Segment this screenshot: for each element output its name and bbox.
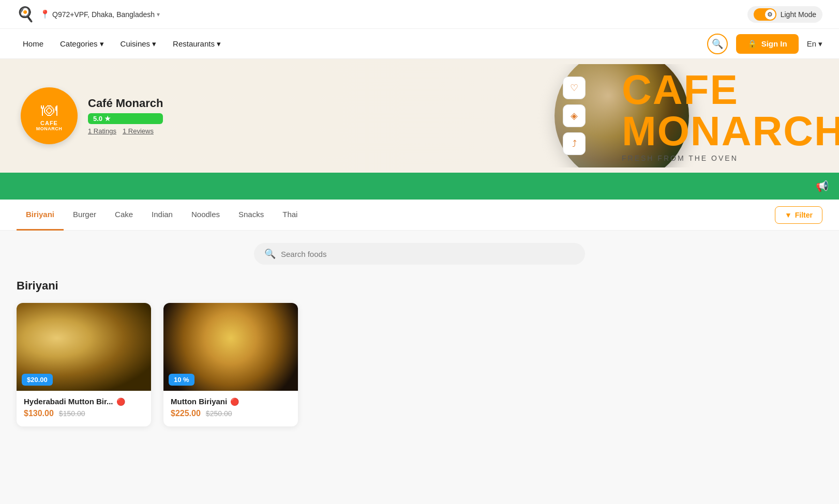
sale-price: $225.00 <box>171 409 201 418</box>
hot-icon: 🔴 <box>116 398 125 406</box>
restaurant-name: Café Monarch <box>88 97 163 110</box>
tabs-list: Biriyani Burger Cake Indian Noodles Snac… <box>17 200 775 231</box>
food-search-bar: 🔍 <box>254 243 585 265</box>
star-icon: ★ <box>104 115 111 123</box>
food-card[interactable]: $20.00 Hyderabadi Mutton Bir... 🔴 $130.0… <box>17 303 151 426</box>
food-image-wrap: 10 % <box>163 303 298 391</box>
rating-badge: 5.0 ★ <box>88 113 163 124</box>
sale-price: $130.00 <box>24 409 54 418</box>
language-selector[interactable]: En ▾ <box>807 39 822 49</box>
food-card[interactable]: 10 % Mutton Biriyani 🔴 $225.00 $250.00 <box>163 303 298 426</box>
tab-indian[interactable]: Indian <box>142 200 182 231</box>
food-discount-badge: 10 % <box>169 374 194 386</box>
tab-burger[interactable]: Burger <box>64 200 106 231</box>
share-button[interactable]: ⤴ <box>563 132 586 155</box>
ratings-link[interactable]: 1 Ratings <box>88 127 116 135</box>
top-bar-right: ⚙ Light Mode <box>747 6 822 23</box>
chevron-down-icon: ▾ <box>157 11 160 18</box>
food-search-input[interactable] <box>281 250 575 258</box>
hero-title-area: CAFE MONARCH FRESH FROM THE OVEN <box>622 59 818 173</box>
light-mode-label: Light Mode <box>781 10 816 19</box>
hot-icon: 🔴 <box>230 398 239 406</box>
restaurant-info: 🍽 CAFE MONARCH Café Monarch 5.0 ★ 1 Rati… <box>21 59 163 173</box>
food-search-icon: 🔍 <box>264 248 276 259</box>
food-name: Hyderabadi Mutton Bir... 🔴 <box>24 397 144 406</box>
food-card-body: Mutton Biriyani 🔴 $225.00 $250.00 <box>163 391 298 426</box>
food-price-badge: $20.00 <box>22 374 53 386</box>
signin-button[interactable]: 🔒 Sign In <box>736 34 799 54</box>
rating-links: 1 Ratings 1 Reviews <box>88 127 163 135</box>
hero-action-buttons: ♡ ◈ ⤴ <box>563 77 586 155</box>
food-card-body: Hyderabadi Mutton Bir... 🔴 $130.00 $150.… <box>17 391 151 426</box>
nav-bar: Home Categories ▾ Cuisines ▾ Restaurants… <box>0 29 839 59</box>
categories-chevron-icon: ▾ <box>100 39 104 49</box>
reviews-link[interactable]: 1 Reviews <box>123 127 154 135</box>
megaphone-icon: 📢 <box>816 180 829 192</box>
food-prices: $225.00 $250.00 <box>171 409 291 418</box>
food-section: Biriyani $20.00 Hyderabadi Mutton Bir...… <box>0 271 839 443</box>
tab-snacks[interactable]: Snacks <box>229 200 273 231</box>
hero-banner: CAFE MONARCH FRESH FROM THE OVEN 🍽 CAFE … <box>0 59 839 173</box>
tab-cake[interactable]: Cake <box>106 200 142 231</box>
original-price: $150.00 <box>59 409 85 418</box>
top-bar-left: 🍳 📍 Q972+VPF, Dhaka, Bangladesh ▾ <box>17 6 160 23</box>
location-button[interactable]: ◈ <box>563 104 586 127</box>
tab-noodles[interactable]: Noodles <box>182 200 229 231</box>
cuisines-chevron-icon: ▾ <box>152 39 156 49</box>
nav-right: 🔍 🔒 Sign In En ▾ <box>707 34 822 54</box>
light-mode-toggle[interactable]: ⚙ Light Mode <box>747 6 822 23</box>
search-button[interactable]: 🔍 <box>707 34 728 54</box>
filter-button[interactable]: ▼ Filter <box>775 206 822 224</box>
restaurant-logo: 🍽 CAFE MONARCH <box>21 87 78 144</box>
tab-biriyani[interactable]: Biriyani <box>17 200 64 231</box>
fork-knife-icon: 🍽 <box>41 101 57 120</box>
restaurants-chevron-icon: ▾ <box>217 39 221 49</box>
food-prices: $130.00 $150.00 <box>24 409 144 418</box>
filter-icon: ▼ <box>785 211 792 219</box>
food-image-wrap: $20.00 <box>17 303 151 391</box>
nav-categories[interactable]: Categories ▾ <box>54 39 110 49</box>
hero-title-monarch: MONARCH <box>622 111 839 152</box>
food-grid: $20.00 Hyderabadi Mutton Bir... 🔴 $130.0… <box>17 303 822 426</box>
nav-restaurants[interactable]: Restaurants ▾ <box>167 39 227 49</box>
favorite-button[interactable]: ♡ <box>563 77 586 99</box>
location-text: Q972+VPF, Dhaka, Bangladesh <box>52 10 155 19</box>
lock-icon: 🔒 <box>747 39 757 49</box>
category-tabs: Biriyani Burger Cake Indian Noodles Snac… <box>0 200 839 231</box>
nav-cuisines[interactable]: Cuisines ▾ <box>114 39 163 49</box>
location[interactable]: 📍 Q972+VPF, Dhaka, Bangladesh ▾ <box>40 9 160 19</box>
toggle-knob: ⚙ <box>765 9 775 20</box>
original-price: $250.00 <box>206 409 232 418</box>
hero-subtitle: FRESH FROM THE OVEN <box>622 154 738 162</box>
toggle-switch[interactable]: ⚙ <box>754 8 776 21</box>
top-bar: 🍳 📍 Q972+VPF, Dhaka, Bangladesh ▾ ⚙ Ligh… <box>0 0 839 29</box>
search-area: 🔍 <box>0 231 839 271</box>
hero-title-cafe: CAFE <box>622 69 739 111</box>
restaurant-details: Café Monarch 5.0 ★ 1 Ratings 1 Reviews <box>88 97 163 135</box>
nav-home[interactable]: Home <box>17 39 50 48</box>
promo-banner: 📢 <box>0 173 839 200</box>
nav-links: Home Categories ▾ Cuisines ▾ Restaurants… <box>17 39 707 49</box>
food-name: Mutton Biriyani 🔴 <box>171 397 291 406</box>
location-pin-icon: 📍 <box>40 9 50 19</box>
section-title: Biriyani <box>17 279 822 293</box>
tab-thai[interactable]: Thai <box>273 200 307 231</box>
lang-chevron-icon: ▾ <box>818 39 822 49</box>
logo-icon: 🍳 <box>17 6 35 23</box>
